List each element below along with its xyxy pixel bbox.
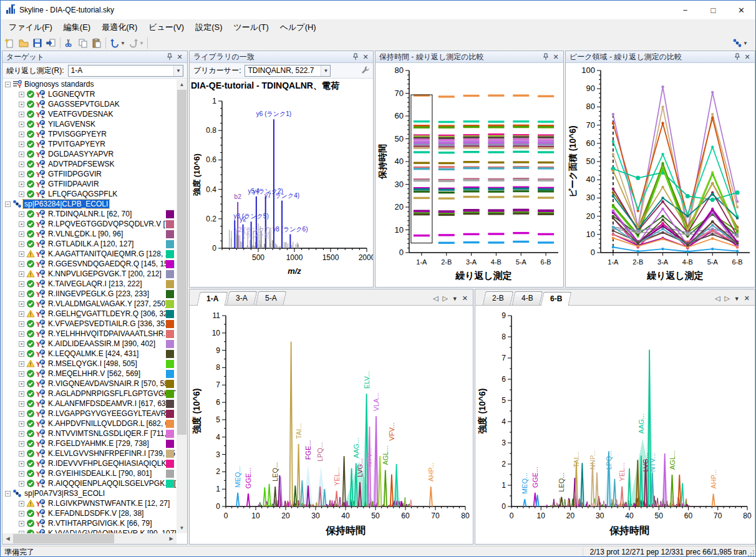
expand-toggle[interactable]: + [19, 411, 24, 417]
close-panel-icon[interactable]: ✕ [551, 52, 561, 62]
expand-toggle[interactable]: + [19, 361, 24, 367]
pin-icon[interactable] [732, 52, 742, 62]
spectrum-properties-wrench-icon[interactable] [361, 65, 369, 76]
tree-row-peptide[interactable]: +YPR.GTLADILK.A [120, 127] [2, 239, 177, 249]
tree-row-peptide[interactable]: +YPK.TAIVEGLAQR.I [213, 222] [2, 279, 177, 289]
tree-row-peptide[interactable]: +YPK.VVADIAGVPAQINIAEVR.K [90, 107] [2, 528, 177, 533]
tree-row-peptide[interactable]: +YPLGGNEQVTR [2, 89, 177, 99]
expand-toggle[interactable]: + [19, 441, 24, 447]
tree-row-peptide[interactable]: +YPR.GGESVNDQGAEDQR.Q [145, 158] [2, 259, 177, 269]
tree-row-peptide[interactable]: +YPR.LGIVKPWNSTWFANTK.E [12, 27] [2, 498, 177, 508]
expand-toggle[interactable]: − [5, 201, 11, 207]
expand-toggle[interactable]: + [19, 142, 24, 147]
save-button[interactable] [31, 36, 44, 50]
tree-row-peptide[interactable]: +YPR.MEQELHHR.V [562, 569] [2, 369, 177, 379]
scroll-down-arrow[interactable]: ▼ [177, 523, 187, 533]
redo-button[interactable] [127, 36, 140, 50]
redo-dropdown-arrow[interactable]: ▼ [139, 41, 144, 46]
tree-row-peptide[interactable]: +YPK.LEQQALMK.E [424, 431] [2, 349, 177, 359]
expand-toggle[interactable]: + [19, 431, 24, 437]
tree-row-protein[interactable]: −PYBiognosys standards [2, 79, 177, 89]
share-document-button[interactable] [730, 36, 744, 50]
chromatogram-chart-1a[interactable]: 0123456789101110203040506070800MEQ...GGE… [190, 306, 473, 543]
tree-row-peptide[interactable]: +YPK.NNPVLIGEPGVGK.T [200, 212] [2, 269, 177, 279]
expand-toggle[interactable]: + [19, 211, 24, 217]
tab-menu-icon[interactable]: ▼ [734, 296, 740, 302]
share-dropdown-arrow[interactable]: ▼ [743, 41, 748, 46]
expand-toggle[interactable]: + [19, 511, 24, 516]
expand-toggle[interactable]: + [19, 321, 24, 327]
prev-tab-icon[interactable]: ◁ [433, 294, 438, 303]
rt-replicate-chart[interactable]: 010203040506070801-A2-B3-A4-B5-A6-B保持時間繰… [376, 63, 563, 286]
tree-row-peptide[interactable]: +YPDGLDAASYYAPVR [2, 149, 177, 159]
expand-toggle[interactable]: + [19, 371, 24, 377]
import-results-button[interactable] [44, 36, 58, 50]
tree-row-peptide[interactable]: +YPK.ELVLGVVSHNFRPEFINR.I [739, 75 [2, 448, 177, 458]
expand-toggle[interactable]: + [19, 152, 24, 157]
tab-4-b[interactable]: 4-B [511, 291, 542, 305]
tree-row-peptide[interactable]: +YPR.TDINQALNR.L [62, 70] [2, 209, 177, 219]
menu-item-6[interactable]: ヘルプ(H) [274, 19, 322, 36]
expand-toggle[interactable]: + [19, 261, 24, 267]
tree-row-peptide[interactable]: +YPR.MSELQYGK.I [498, 505] [2, 359, 177, 369]
expand-toggle[interactable]: + [19, 471, 24, 477]
expand-toggle[interactable]: + [19, 351, 24, 357]
vertical-scrollbar[interactable]: ▲ ▼ [177, 79, 187, 533]
tree-row-peptide[interactable]: +YPR.LPQVEGTGGDVQPSQDLVR.V [71 [2, 219, 177, 229]
chevron-down-icon[interactable]: ▼ [321, 65, 330, 76]
chromatogram-chart-6b[interactable]: 012345678910203040506070800MEQ...GGE...L… [475, 306, 755, 543]
tree-row-peptide[interactable]: +YPR.IDEVVVFHPLGEQHIASIAQIQLK.R [2, 458, 177, 468]
menu-item-2[interactable]: 最適化(R) [96, 19, 143, 36]
tab-3-a[interactable]: 3-A [226, 291, 257, 305]
close-button[interactable]: ✕ [727, 1, 755, 19]
expand-toggle[interactable]: − [5, 82, 11, 87]
expand-toggle[interactable]: + [19, 162, 24, 167]
tree-row-peptide[interactable]: +YPADVTPADFSEWSK [2, 159, 177, 169]
tab-menu-icon[interactable]: ▼ [452, 296, 458, 302]
expand-toggle[interactable]: + [19, 271, 24, 277]
tree-row-peptide[interactable]: +YPR.GYEIHISDEALK.L [790, 801] [2, 468, 177, 478]
horizontal-scroll-thumb[interactable] [13, 534, 114, 543]
horizontal-scrollbar[interactable]: ◀ ▶ [2, 533, 177, 544]
peak-area-chart[interactable]: 01020304050607080901001-A2-B3-A4-B5-A6-B… [566, 63, 755, 286]
expand-toggle[interactable]: + [19, 341, 24, 347]
library-spectrum-chart[interactable]: 00.20.40.60.81500100015002000y2 (ランク7)(ラ… [190, 92, 373, 284]
tree-row-peptide[interactable]: +YPLFLQFGAQGSPFLK [2, 189, 177, 199]
expand-toggle[interactable]: + [19, 102, 24, 107]
next-tab-icon[interactable]: ▷ [724, 294, 729, 303]
menu-item-4[interactable]: 設定(S) [190, 19, 228, 36]
tree-row-peptide[interactable]: +YPR.AGLADPNRPIGSFLFLGPTGVGK.T [2, 389, 177, 399]
tree-row-peptide[interactable]: +YPK.VFVAEPSVEDTIAILR.G [336, 351] [2, 319, 177, 329]
tree-row-protein[interactable]: −sp|P0A7V3|RS3_ECOLI [2, 488, 177, 498]
expand-toggle[interactable]: + [19, 221, 24, 227]
close-panel-icon[interactable]: ✕ [742, 52, 752, 62]
tree-row-peptide[interactable]: +YPK.AAGATTANITQAIEQMR.G [128, 14 [2, 249, 177, 259]
scroll-left-arrow[interactable]: ◀ [2, 533, 13, 544]
expand-toggle[interactable]: + [19, 421, 24, 427]
expand-toggle[interactable]: + [19, 92, 24, 97]
expand-toggle[interactable]: + [19, 391, 24, 397]
expand-toggle[interactable]: + [19, 112, 24, 117]
expand-toggle[interactable]: + [19, 291, 24, 297]
replicate-combobox[interactable]: 1-A ▼ [68, 65, 183, 77]
expand-toggle[interactable]: + [19, 451, 24, 457]
tree-row-peptide[interactable]: +YPK.ALANFMFDSDEAMVR.I [617, 631] [2, 399, 177, 409]
tree-row-peptide[interactable]: +YPGTFIIDPAAVIR [2, 179, 177, 189]
tree-row-peptide[interactable]: +YPR.AIQQQIENPLAQQILSGELVPGK.V [ [2, 478, 177, 488]
open-folder-button[interactable] [17, 36, 31, 50]
tree-row-protein[interactable]: −sp|P63284|CLPB_ECOLI [2, 199, 177, 209]
expand-toggle[interactable]: + [19, 132, 24, 137]
expand-toggle[interactable]: + [19, 231, 24, 237]
tree-row-peptide[interactable]: +YPR.VIGQNEAVDAVSNAIR.R [570, 585 [2, 379, 177, 389]
expand-toggle[interactable]: + [19, 191, 24, 197]
tree-row-peptide[interactable]: +YPR.YELHHHVQITDPAIVAAATLSHR.Y [2, 329, 177, 339]
expand-toggle[interactable]: − [5, 491, 11, 496]
tree-row-peptide[interactable]: +YPGTFIIDPGGVIR [2, 169, 177, 179]
tree-row-peptide[interactable]: +YPYILAGVENSK [2, 119, 177, 129]
precursor-combobox[interactable]: TDINQALNR, 522.7 ▼ [245, 65, 331, 77]
expand-toggle[interactable]: + [19, 122, 24, 127]
tree-row-peptide[interactable]: +YPK.EFADNLDSDFK.V [28, 38] [2, 508, 177, 518]
copy-button[interactable] [76, 36, 90, 50]
tree-row-peptide[interactable]: +YPR.GELHC̲VGATTLDEYR.Q [306, 320 [2, 309, 177, 319]
scroll-up-arrow[interactable]: ▲ [177, 79, 187, 90]
